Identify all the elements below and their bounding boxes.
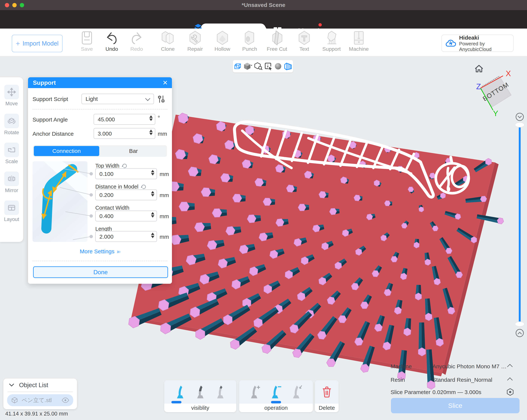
save-icon — [81, 30, 93, 46]
sidebar-item-rotate[interactable]: Rotate — [4, 114, 19, 136]
support-script-value: Light — [86, 96, 98, 102]
close-window-button[interactable] — [5, 3, 9, 7]
operation-panel: operation — [239, 380, 313, 412]
support-visible-tip-icon[interactable] — [196, 385, 205, 399]
slice-button[interactable]: Slice — [391, 398, 519, 413]
support-dialog-header[interactable]: Support ✕ — [28, 77, 172, 88]
axis-z-label: Z — [476, 82, 481, 91]
length-input[interactable]: 2.000 — [95, 231, 157, 242]
machine-row[interactable]: Machine Anycubic Photon Mono M7 … — [391, 363, 519, 370]
script-settings-icon[interactable] — [157, 95, 165, 104]
render-mode-icon[interactable] — [244, 62, 252, 70]
add-support-icon[interactable] — [250, 385, 260, 399]
contact-width-input[interactable]: 0.400 — [95, 210, 157, 221]
divider — [8, 392, 73, 392]
sidebar-item-scale[interactable]: Scale — [4, 143, 19, 164]
save-button[interactable]: Save — [75, 30, 99, 55]
section-view-icon[interactable] — [284, 62, 292, 70]
slice-parameter-value: 0.020mm — 3.000s — [432, 389, 481, 395]
slice-parameter-row[interactable]: Slice Parameter 0.020mm — 3.000s — [391, 389, 519, 395]
more-settings-link[interactable]: More Settings ››› — [28, 248, 172, 255]
support-angle-input[interactable]: 45.000 — [94, 114, 155, 125]
tool-machine[interactable]: Machine — [347, 30, 371, 55]
resin-value: Standard Resin_Normal — [432, 377, 492, 383]
tool-free-cut[interactable]: Free Cut — [265, 30, 289, 55]
tab-bar-mode[interactable]: Bar — [101, 146, 166, 156]
collapse-icon[interactable] — [507, 378, 513, 383]
sidebar-item-move[interactable]: Move — [4, 85, 19, 106]
support-angle-label: Support Angle — [33, 116, 68, 123]
spinner-arrows[interactable] — [149, 115, 153, 121]
tab-connection[interactable]: Connection — [34, 146, 99, 156]
plus-icon: + — [16, 40, 20, 48]
layout-icon — [7, 203, 16, 212]
anchor-unit: mm — [158, 131, 167, 137]
tool-text[interactable]: Text — [292, 30, 316, 55]
spinner-arrows[interactable] — [151, 170, 154, 176]
machine-value: Anycubic Photon Mono M7 … — [432, 363, 507, 370]
sync-icon[interactable] — [141, 184, 147, 190]
slider-expand-icon[interactable] — [516, 329, 523, 337]
collapse-chevron-icon[interactable] — [9, 383, 14, 387]
tool-repair[interactable]: Repair — [183, 30, 207, 55]
edit-support-icon[interactable] — [292, 385, 302, 399]
top-width-input[interactable]: 0.100 — [95, 168, 157, 179]
redo-icon — [130, 30, 143, 46]
support-script-select[interactable]: Light — [81, 94, 154, 104]
tool-hollow[interactable]: Hollow — [210, 30, 234, 55]
tool-clone[interactable]: Clone — [156, 30, 180, 55]
text-icon — [297, 30, 311, 46]
visibility-eye-icon[interactable] — [62, 398, 69, 403]
slider-collapse-icon[interactable] — [516, 113, 523, 121]
hollow-icon — [216, 30, 229, 46]
support-hidden-icon[interactable] — [216, 385, 225, 399]
inspect-model-icon[interactable] — [254, 62, 263, 70]
spinner-arrows[interactable] — [151, 212, 154, 218]
support-dialog-title: Support — [33, 79, 56, 86]
spinner-arrows[interactable] — [151, 232, 154, 238]
sync-icon[interactable] — [122, 163, 128, 169]
resin-row[interactable]: Resin Standard Resin_Normal — [391, 377, 519, 383]
collapse-icon[interactable] — [507, 364, 513, 370]
object-list-panel: Object List ペン立て.stl — [3, 378, 77, 409]
tool-support[interactable]: Support — [319, 30, 344, 55]
object-list-item[interactable]: ペン立て.stl — [7, 394, 73, 406]
scale-icon — [7, 146, 16, 154]
trash-icon[interactable] — [322, 386, 332, 398]
field-connectors — [56, 161, 95, 243]
spinner-arrows[interactable] — [149, 130, 153, 135]
support-script-label: Support Script — [33, 96, 68, 102]
slider-handle-top[interactable] — [515, 122, 524, 127]
support-icon — [324, 30, 339, 46]
support-visible-all-icon[interactable] — [176, 385, 185, 399]
minimize-window-button[interactable] — [12, 3, 17, 7]
cloud-icon — [446, 39, 456, 48]
done-button[interactable]: Done — [33, 266, 168, 278]
sidebar-item-mirror[interactable]: Mirror — [4, 172, 19, 193]
import-model-button[interactable]: + Import Model — [12, 35, 63, 52]
redo-button[interactable]: Redo — [124, 30, 149, 55]
parameter-settings-icon[interactable] — [506, 388, 514, 396]
anchor-distance-input[interactable]: 3.000 — [94, 128, 155, 139]
remove-support-icon[interactable] — [271, 385, 281, 399]
maximize-window-button[interactable] — [20, 3, 24, 7]
spinner-arrows[interactable] — [151, 191, 154, 197]
undo-button[interactable]: Undo — [99, 30, 124, 55]
account-subtitle: Powered by AnycubicCloud — [459, 41, 513, 52]
close-icon[interactable]: ✕ — [163, 79, 168, 86]
mode-tab-bar: Prepare Workbench — [0, 10, 527, 29]
connection-bar-tabs: Connection Bar — [33, 145, 167, 157]
mesh-cube-icon — [11, 397, 18, 404]
model-info-icon[interactable] — [264, 62, 272, 70]
perspective-view-icon[interactable] — [234, 62, 242, 70]
transform-sidebar: Move Rotate Scale Mirror Layout — [0, 77, 23, 242]
chevron-down-icon — [145, 96, 150, 101]
slider-handle-bottom[interactable] — [515, 322, 524, 326]
distance-in-model-input[interactable]: 0.200 — [95, 189, 157, 200]
machine-icon — [353, 30, 365, 46]
shading-sphere-icon[interactable] — [274, 63, 282, 70]
mirror-icon — [7, 175, 16, 183]
tool-punch[interactable]: Punch — [238, 30, 262, 55]
account-card[interactable]: Hideaki Powered by AnycubicCloud — [441, 34, 514, 52]
sidebar-item-layout[interactable]: Layout — [4, 200, 19, 222]
